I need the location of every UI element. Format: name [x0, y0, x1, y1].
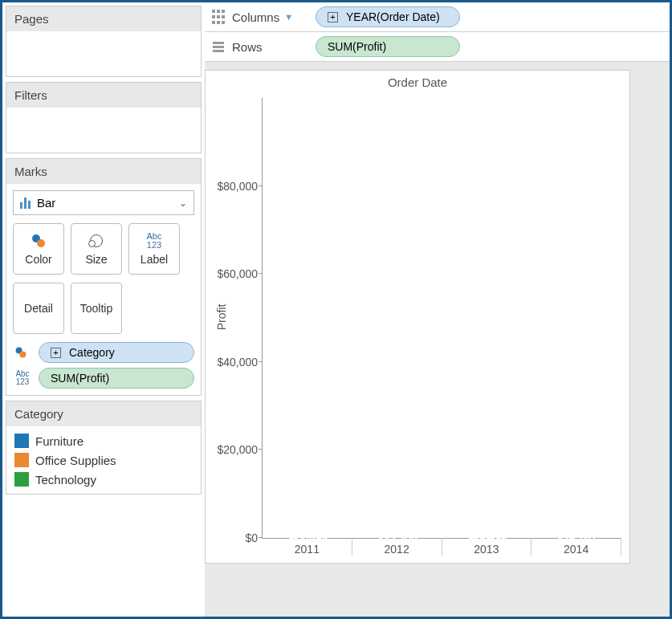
chevron-down-icon[interactable]: ▼ — [284, 12, 293, 22]
x-tick-label: 2011 — [263, 538, 352, 556]
bar-column: $50,707$39,782 — [531, 98, 621, 538]
pages-body[interactable] — [6, 31, 201, 76]
pill-text: SUM(Profit) — [51, 372, 109, 385]
x-tick-label: 2014 — [531, 538, 621, 556]
x-tick-label: 2013 — [442, 538, 532, 556]
filters-header: Filters — [6, 83, 201, 108]
label-icon: Abc123 — [13, 370, 32, 386]
chart: Order Date Profit $0$20,000$40,000$60,00… — [205, 70, 630, 564]
bar-icon — [20, 198, 31, 209]
legend-swatch — [14, 472, 29, 487]
y-tick-label: $0 — [211, 531, 263, 544]
mark-type-label: Bar — [37, 196, 55, 210]
size-icon — [90, 234, 103, 247]
rows-icon — [211, 39, 226, 54]
rows-label: Rows — [232, 40, 263, 54]
legend-label: Office Supplies — [35, 454, 116, 467]
y-tick-label: $80,000 — [211, 180, 263, 193]
pill-text: SUM(Profit) — [328, 40, 386, 53]
legend-item[interactable]: Technology — [14, 470, 193, 489]
legend-swatch — [14, 453, 29, 467]
marks-card: Marks Bar ⌄ Color Size — [6, 158, 202, 396]
filters-body[interactable] — [6, 108, 201, 153]
chart-title: Order Date — [206, 71, 629, 94]
color-icon — [31, 233, 47, 249]
legend-header: Category — [6, 401, 201, 426]
pages-header: Pages — [6, 6, 201, 31]
marks-header: Marks — [6, 159, 201, 184]
right-panel: Columns ▼ +YEAR(Order Date) Rows SUM(Pro… — [205, 2, 670, 617]
label-button[interactable]: Abc123 Label — [128, 223, 180, 275]
y-tick-label: $20,000 — [211, 443, 263, 456]
bar-column: $39,751$35,016$6,960 — [442, 98, 532, 538]
tooltip-button[interactable]: Tooltip — [71, 283, 122, 334]
rows-pill[interactable]: SUM(Profit) — [316, 36, 460, 57]
legend-card: Category FurnitureOffice SuppliesTechnol… — [6, 401, 202, 495]
columns-label: Columns — [232, 10, 279, 24]
y-tick-label: $60,000 — [211, 267, 263, 280]
color-icon — [14, 346, 27, 359]
pages-card: Pages — [6, 6, 202, 77]
bar-column: $21,493$22,593$5,458 — [263, 98, 352, 538]
legend-swatch — [14, 434, 29, 448]
expand-icon[interactable]: + — [51, 348, 61, 358]
chevron-down-icon: ⌄ — [179, 198, 187, 209]
marks-label-assignment[interactable]: Abc123 SUM(Profit) — [13, 368, 194, 389]
mark-type-select[interactable]: Bar ⌄ — [13, 190, 194, 215]
detail-label: Detail — [24, 302, 53, 315]
pill-text: YEAR(Order Date) — [346, 10, 440, 23]
legend-item[interactable]: Furniture — [14, 431, 193, 450]
columns-shelf[interactable]: Columns ▼ +YEAR(Order Date) — [205, 2, 670, 32]
y-axis-label: Profit — [215, 303, 228, 330]
label-label: Label — [141, 253, 168, 266]
legend-label: Furniture — [35, 434, 83, 448]
legend-item[interactable]: Office Supplies — [14, 450, 193, 470]
rows-shelf[interactable]: Rows SUM(Profit) — [205, 32, 670, 62]
detail-button[interactable]: Detail — [13, 283, 64, 334]
tooltip-label: Tooltip — [80, 302, 112, 315]
size-button[interactable]: Size — [71, 223, 122, 275]
bar-column: $33,504$25,100 — [352, 98, 442, 538]
expand-icon[interactable]: + — [328, 12, 338, 22]
pill-text: Category — [69, 346, 115, 359]
marks-color-assignment[interactable]: +Category — [13, 342, 194, 363]
columns-pill[interactable]: +YEAR(Order Date) — [316, 6, 460, 27]
size-label: Size — [85, 253, 107, 266]
left-panel: Pages Filters Marks Bar ⌄ Color — [2, 2, 205, 617]
filters-card: Filters — [6, 82, 202, 153]
color-button[interactable]: Color — [13, 223, 64, 275]
legend-label: Technology — [35, 473, 96, 487]
y-tick-label: $40,000 — [211, 356, 263, 369]
color-label: Color — [25, 253, 51, 266]
x-tick-label: 2012 — [352, 538, 442, 556]
columns-icon — [211, 10, 226, 24]
label-icon: Abc123 — [147, 232, 162, 250]
